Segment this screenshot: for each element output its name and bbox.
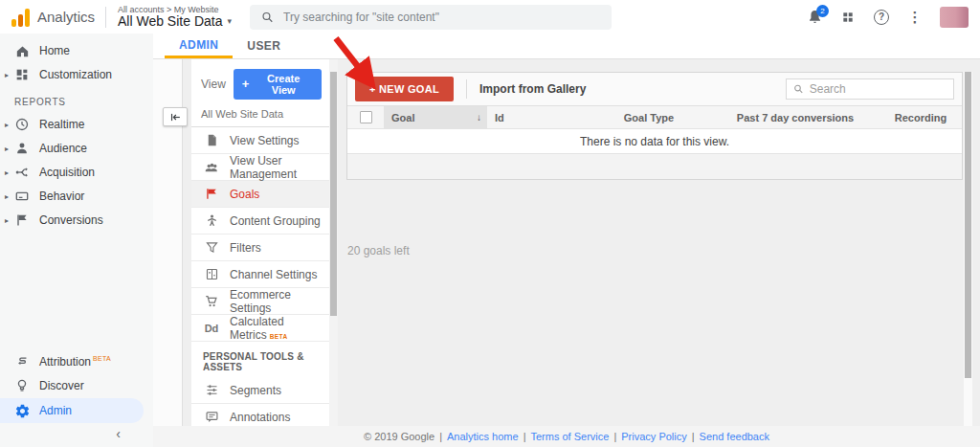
sidebar-item-home[interactable]: Home	[0, 39, 153, 62]
footer-link-terms[interactable]: Terms of Service	[530, 431, 609, 442]
sidebar-item-attribution[interactable]: AttributionBETA	[0, 350, 153, 373]
footer-link-privacy[interactable]: Privacy Policy	[621, 431, 686, 442]
flag-icon	[13, 212, 31, 229]
sidebar-item-audience[interactable]: ▸ Audience	[0, 137, 153, 160]
sidebar-item-label: Acquisition	[39, 166, 95, 179]
menu-item-goals[interactable]: Goals	[191, 181, 329, 208]
plus-icon: +	[242, 79, 250, 89]
copyright-text: © 2019 Google	[364, 431, 434, 442]
goals-search-input[interactable]	[810, 82, 947, 96]
menu-item-calculated-metrics[interactable]: Dd Calculated MetricsBETA	[191, 315, 329, 342]
help-icon: ?	[874, 10, 889, 25]
admin-content: ADMIN USER View + Create View All Web Si…	[153, 34, 980, 447]
user-avatar[interactable]	[940, 7, 969, 28]
gear-icon	[13, 402, 31, 419]
sidebar-item-label: Home	[39, 44, 70, 57]
panel-scrollbar-thumb[interactable]	[330, 72, 337, 316]
sidebar-item-label: Customization	[39, 68, 112, 81]
sidebar-item-behavior[interactable]: ▸ Behavior	[0, 185, 153, 208]
menu-item-ecommerce-settings[interactable]: Ecommerce Settings	[191, 288, 329, 315]
help-button[interactable]: ?	[873, 9, 890, 26]
notification-badge: 2	[816, 5, 829, 17]
account-selector[interactable]: All accounts > My Website All Web Site D…	[118, 5, 240, 29]
table-footer-row	[347, 154, 962, 179]
beta-badge: BETA	[270, 333, 288, 340]
sidebar-item-label: Discover	[39, 379, 84, 392]
clock-icon	[13, 116, 31, 133]
footer-link-analytics-home[interactable]: Analytics home	[447, 431, 519, 442]
reports-heading: REPORTS	[0, 87, 153, 113]
segments-icon	[203, 382, 220, 399]
sort-down-icon: ↓	[477, 112, 481, 123]
more-options-button[interactable]: ⋮	[906, 9, 924, 26]
sidebar-item-label: Conversions	[39, 213, 103, 227]
collapse-panel-button[interactable]	[163, 107, 188, 126]
menu-item-view-settings[interactable]: View Settings	[191, 127, 329, 154]
app-header: Analytics All accounts > My Website All …	[0, 0, 980, 34]
sidebar-item-label: Admin	[39, 404, 72, 417]
attribution-icon	[13, 353, 31, 370]
toolbar-divider	[466, 79, 467, 99]
page-scrollbar	[964, 72, 972, 426]
page-scrollbar-thumb[interactable]	[965, 72, 971, 378]
column-header-recording[interactable]: Recording	[880, 106, 962, 128]
footer-link-feedback[interactable]: Send feedback	[700, 431, 769, 442]
select-all-checkbox[interactable]	[360, 111, 372, 123]
menu-item-filters[interactable]: Filters	[191, 235, 329, 261]
left-nav-sidebar: Home ▸ Customization REPORTS ▸ Realtime …	[0, 34, 153, 447]
notifications-button[interactable]: 2	[806, 9, 823, 26]
menu-item-segments[interactable]: Segments	[191, 377, 329, 404]
chevron-left-icon: ‹	[116, 426, 121, 441]
apps-grid-button[interactable]	[839, 9, 857, 26]
sidebar-collapse-button[interactable]: ‹	[0, 424, 153, 443]
create-view-button[interactable]: + Create View	[234, 69, 322, 100]
column-header-goal-type[interactable]: Goal Type	[587, 106, 711, 128]
goals-main-area: + NEW GOAL Import from Gallery Goal ↓ Id	[338, 59, 980, 426]
column-header-id[interactable]: Id	[487, 106, 587, 128]
chevron-right-icon: ▸	[0, 216, 13, 225]
view-entity-label: View	[201, 78, 226, 91]
chevron-right-icon: ▸	[0, 71, 13, 79]
panel-scrollbar	[329, 59, 338, 426]
sidebar-item-conversions[interactable]: ▸ Conversions	[0, 209, 153, 232]
menu-item-channel-settings[interactable]: Channel Settings	[191, 261, 329, 288]
lightbulb-icon	[13, 377, 31, 394]
cart-icon	[203, 293, 220, 310]
customization-icon	[13, 66, 31, 83]
goals-table-card: + NEW GOAL Import from Gallery Goal ↓ Id	[346, 72, 963, 180]
search-icon	[793, 83, 804, 95]
tab-user[interactable]: USER	[233, 34, 295, 58]
column-header-conversions[interactable]: Past 7 day conversions	[711, 106, 880, 128]
analytics-logo[interactable]: Analytics	[0, 8, 101, 27]
page-footer: © 2019 Google | Analytics home | Terms o…	[153, 426, 980, 447]
sidebar-item-acquisition[interactable]: ▸ Acquisition	[0, 161, 153, 184]
calculated-metrics-icon: Dd	[203, 320, 220, 337]
people-icon	[203, 159, 220, 176]
chevron-right-icon: ▸	[0, 168, 13, 177]
person-icon	[13, 140, 31, 157]
sidebar-item-customization[interactable]: ▸ Customization	[0, 63, 153, 86]
import-from-gallery-button[interactable]: Import from Gallery	[479, 82, 586, 96]
new-goal-button[interactable]: + NEW GOAL	[355, 77, 454, 101]
search-input[interactable]	[283, 11, 600, 24]
goals-toolbar: + NEW GOAL Import from Gallery	[347, 73, 962, 106]
admin-user-tabbar: ADMIN USER	[153, 34, 980, 59]
menu-item-content-grouping[interactable]: Content Grouping	[191, 208, 329, 235]
person-figure-icon	[203, 212, 220, 230]
file-icon	[203, 132, 220, 149]
global-search[interactable]	[250, 5, 612, 30]
more-vert-icon: ⋮	[908, 9, 923, 26]
tab-admin[interactable]: ADMIN	[165, 34, 233, 58]
chevron-down-icon: ▾	[227, 14, 232, 29]
collapse-left-icon	[169, 111, 182, 123]
menu-item-view-user-management[interactable]: View User Management	[191, 154, 329, 181]
sidebar-item-realtime[interactable]: ▸ Realtime	[0, 113, 153, 136]
behavior-icon	[13, 188, 31, 205]
column-header-goal[interactable]: Goal ↓	[384, 106, 487, 128]
goals-search[interactable]	[786, 78, 954, 100]
beta-badge: BETA	[93, 355, 111, 362]
view-name: All Web Site Data	[201, 108, 322, 120]
google-analytics-admin-page: Analytics All accounts > My Website All …	[0, 0, 980, 447]
sidebar-item-discover[interactable]: Discover	[0, 374, 153, 397]
sidebar-item-admin[interactable]: Admin	[0, 398, 144, 423]
